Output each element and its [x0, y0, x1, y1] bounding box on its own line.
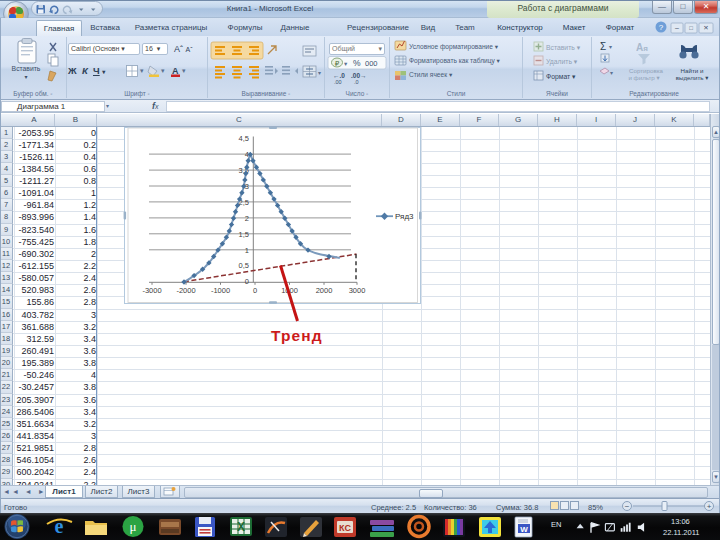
svg-text:▾: ▾ — [609, 44, 612, 50]
svg-text:-3000: -3000 — [142, 286, 161, 295]
svg-text:Ая: Ая — [636, 42, 648, 53]
svg-text:▾: ▾ — [24, 74, 27, 80]
svg-text:Вставить ▾: Вставить ▾ — [546, 44, 581, 51]
svg-text:Ряд3: Ряд3 — [395, 212, 414, 221]
svg-text:-1000: -1000 — [211, 286, 230, 295]
svg-text:и фильтр ▾: и фильтр ▾ — [628, 74, 660, 81]
svg-text:.00→: .00→ — [351, 72, 367, 79]
svg-text:✕: ✕ — [703, 24, 708, 31]
svg-text:□: □ — [689, 25, 693, 31]
svg-text:▾: ▾ — [161, 67, 165, 74]
svg-text:Сортировка: Сортировка — [629, 67, 664, 74]
svg-text:000: 000 — [365, 59, 378, 68]
svg-text:Формат ▾: Формат ▾ — [546, 73, 576, 81]
svg-text:4,5: 4,5 — [239, 133, 249, 142]
svg-text:%: % — [353, 58, 361, 68]
svg-text:←.0: ←.0 — [333, 72, 345, 79]
svg-text:₽: ₽ — [335, 60, 340, 67]
svg-text:Форматировать как таблицу ▾: Форматировать как таблицу ▾ — [409, 57, 501, 65]
svg-text:μ: μ — [130, 519, 137, 534]
svg-text:выделить ▾: выделить ▾ — [676, 74, 709, 81]
svg-text:−: − — [625, 502, 630, 511]
svg-text:W: W — [520, 525, 528, 534]
svg-text:Стили ячеек ▾: Стили ячеек ▾ — [409, 71, 453, 78]
svg-text:.00: .00 — [334, 79, 342, 85]
svg-text:?: ? — [659, 23, 664, 32]
svg-text:Σ: Σ — [600, 41, 606, 52]
svg-text:.0: .0 — [354, 79, 359, 85]
svg-text:–: – — [675, 24, 679, 31]
svg-text:+: + — [707, 502, 712, 511]
svg-text:2: 2 — [245, 213, 249, 222]
svg-text:▾: ▾ — [610, 70, 613, 76]
svg-text:X: X — [237, 520, 245, 534]
svg-text:1,5: 1,5 — [239, 229, 249, 238]
svg-text:-2000: -2000 — [176, 286, 195, 295]
svg-text:Найти и: Найти и — [681, 67, 704, 74]
svg-text:▾: ▾ — [318, 70, 321, 76]
svg-text:КС: КС — [339, 523, 351, 533]
svg-text:Вставить: Вставить — [12, 65, 41, 72]
svg-text:▾: ▾ — [140, 67, 144, 74]
svg-text:Удалить ▾: Удалить ▾ — [546, 58, 578, 66]
svg-text:e: e — [55, 515, 64, 537]
svg-text:▾: ▾ — [182, 67, 186, 74]
svg-text:Условное форматирование ▾: Условное форматирование ▾ — [409, 43, 499, 51]
